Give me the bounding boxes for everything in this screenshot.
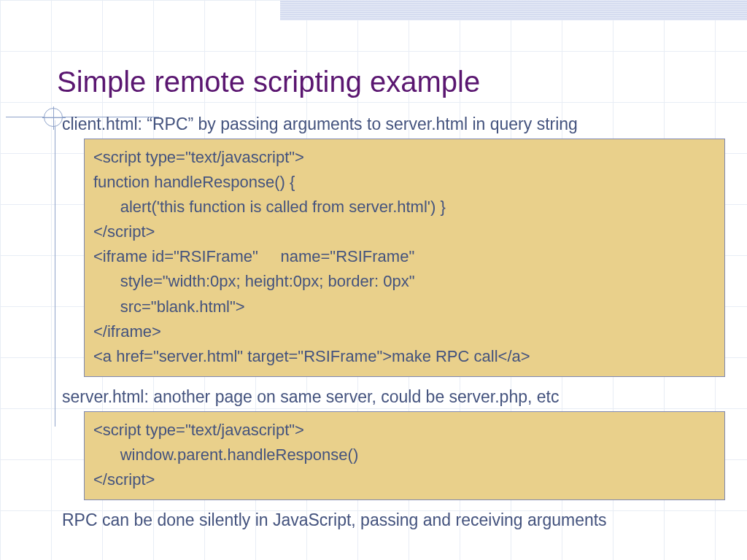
client-code-box: <script type="text/javascript">function … — [84, 139, 725, 377]
code-line: <script type="text/javascript"> — [93, 145, 716, 170]
code-line: </iframe> — [93, 319, 716, 344]
decorative-top-strip — [280, 0, 747, 20]
code-line: </script> — [93, 467, 716, 492]
code-line: src="blank.html"> — [93, 295, 716, 319]
code-line: window.parent.handleResponse() — [93, 443, 716, 467]
slide-title: Simple remote scripting example — [55, 66, 725, 98]
slide-content: Simple remote scripting example client.h… — [55, 66, 725, 530]
client-caption: client.html: “RPC” by passing arguments … — [62, 114, 725, 134]
code-line: alert('this function is called from serv… — [93, 195, 716, 219]
code-line: function handleResponse() { — [93, 170, 716, 195]
code-line: <script type="text/javascript"> — [93, 418, 716, 443]
code-line: <a href="server.html" target="RSIFrame">… — [93, 344, 716, 369]
code-line: </script> — [93, 219, 716, 244]
slide-footnote: RPC can be done silently in JavaScript, … — [62, 510, 725, 530]
server-caption: server.html: another page on same server… — [62, 387, 725, 407]
code-line: style="width:0px; height:0px; border: 0p… — [93, 269, 716, 294]
server-code-box: <script type="text/javascript"> window.p… — [84, 411, 725, 500]
code-line: <iframe id="RSIFrame" name="RSIFrame" — [93, 244, 716, 269]
